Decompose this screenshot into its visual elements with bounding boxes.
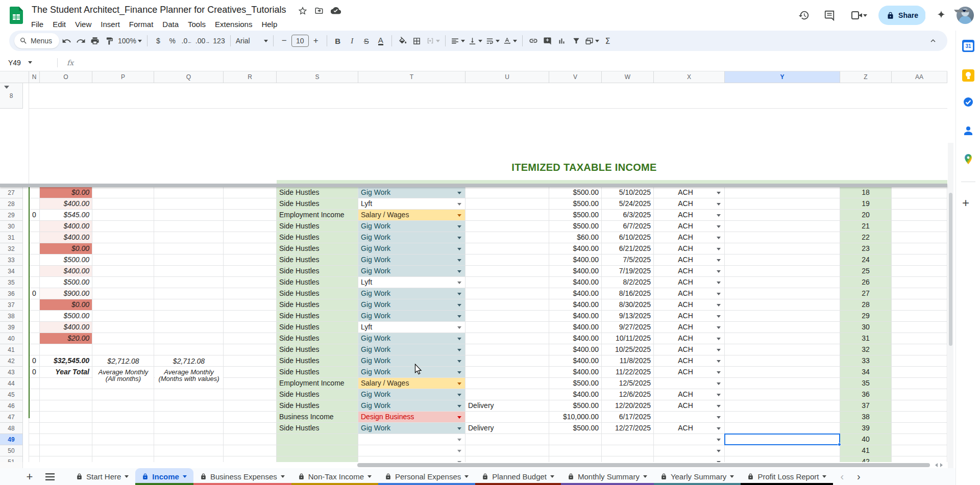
cell-Z32[interactable]: 23 bbox=[840, 243, 892, 254]
cell-W49[interactable] bbox=[602, 434, 654, 445]
cell-N46[interactable] bbox=[29, 400, 40, 412]
menu-edit[interactable]: Edit bbox=[48, 18, 70, 30]
cell-AA46[interactable] bbox=[892, 400, 947, 412]
dropdown-arrow-icon[interactable] bbox=[717, 382, 721, 385]
cell-AA40[interactable] bbox=[892, 333, 947, 344]
cell-Z49[interactable]: 40 bbox=[840, 434, 892, 445]
cell-X45[interactable]: ACH bbox=[654, 389, 725, 400]
cell-V37[interactable]: $400.00 bbox=[549, 299, 602, 311]
row-header-37[interactable]: 37 bbox=[0, 299, 23, 311]
cell-S34[interactable]: Side Hustles bbox=[277, 266, 358, 277]
cell-X46[interactable]: ACH bbox=[654, 400, 725, 412]
cell-O33[interactable]: $500.00 bbox=[40, 254, 92, 266]
cell-R40[interactable] bbox=[224, 333, 277, 344]
cell-Z34[interactable]: 25 bbox=[840, 266, 892, 277]
cell-Y35[interactable] bbox=[725, 277, 840, 288]
dropdown-arrow-icon[interactable] bbox=[457, 192, 461, 194]
get-addons-icon[interactable]: + bbox=[962, 197, 969, 209]
text-wrap-button[interactable] bbox=[484, 34, 501, 48]
cell-W30[interactable]: 6/7/2025 bbox=[602, 221, 654, 232]
google-keep-icon[interactable] bbox=[962, 69, 974, 82]
cell-O36[interactable]: $900.00 bbox=[40, 288, 92, 299]
vertical-align-button[interactable] bbox=[467, 34, 484, 48]
cell-W43[interactable]: 11/22/2025 bbox=[602, 367, 654, 378]
cell-X48[interactable]: ACH bbox=[654, 423, 725, 434]
cell-N28[interactable] bbox=[29, 198, 40, 210]
decrease-font-size-button[interactable]: − bbox=[277, 34, 291, 48]
row-header-41[interactable]: 41 bbox=[0, 344, 23, 355]
cell-X32[interactable]: ACH bbox=[654, 243, 725, 254]
row-header-39[interactable]: 39 bbox=[0, 322, 23, 333]
row-header-47[interactable]: 47 bbox=[0, 412, 23, 423]
cell-R45[interactable] bbox=[224, 389, 277, 400]
cell-N47[interactable] bbox=[29, 412, 40, 423]
cell-X34[interactable]: ACH bbox=[654, 266, 725, 277]
cell-R42[interactable] bbox=[224, 355, 277, 367]
cell-W34[interactable]: 7/19/2025 bbox=[602, 266, 654, 277]
tab-business-expenses[interactable]: Business Expenses bbox=[193, 468, 291, 485]
strikethrough-button[interactable]: S bbox=[359, 34, 374, 48]
cell-V43[interactable]: $400.00 bbox=[549, 367, 602, 378]
cell-Y45[interactable] bbox=[725, 389, 840, 400]
dropdown-arrow-icon[interactable] bbox=[457, 326, 461, 329]
cell-U29[interactable] bbox=[465, 210, 549, 221]
insert-chart-button[interactable] bbox=[555, 34, 569, 48]
cell-W47[interactable]: 6/17/2025 bbox=[602, 412, 654, 423]
share-button[interactable]: Share bbox=[878, 6, 926, 25]
cell-Q37[interactable] bbox=[154, 299, 224, 311]
share-dropdown[interactable] bbox=[954, 10, 970, 12]
cell-N33[interactable] bbox=[29, 254, 40, 266]
frozen-pane-divider[interactable] bbox=[0, 184, 947, 187]
cell-P38[interactable] bbox=[92, 311, 154, 322]
google-tasks-icon[interactable] bbox=[962, 96, 974, 108]
row-header-32[interactable]: 32 bbox=[0, 243, 23, 254]
row-header-34[interactable]: 34 bbox=[0, 266, 23, 277]
cell-O44[interactable] bbox=[40, 378, 92, 389]
cell-Q27[interactable] bbox=[154, 187, 224, 198]
cell-N40[interactable] bbox=[29, 333, 40, 344]
tab-personal-expenses[interactable]: Personal Expenses bbox=[378, 468, 475, 485]
cell-Y44[interactable] bbox=[725, 378, 840, 389]
cell-Y32[interactable] bbox=[725, 243, 840, 254]
cell-N37[interactable] bbox=[29, 299, 40, 311]
cell-Q50[interactable] bbox=[154, 445, 224, 456]
cell-Q31[interactable] bbox=[154, 232, 224, 243]
cell-S50[interactable] bbox=[277, 445, 358, 456]
dropdown-arrow-icon[interactable] bbox=[717, 326, 721, 329]
dropdown-arrow-icon[interactable] bbox=[457, 450, 461, 452]
name-box[interactable]: Y49 bbox=[0, 59, 54, 67]
cell-Z29[interactable]: 20 bbox=[840, 210, 892, 221]
cell-V39[interactable]: $400.00 bbox=[549, 322, 602, 333]
cell-N38[interactable] bbox=[29, 311, 40, 322]
cell-S48[interactable]: Side Hustles bbox=[277, 423, 358, 434]
cell-W41[interactable]: 10/25/2025 bbox=[602, 344, 654, 355]
cell-W45[interactable]: 12/6/2025 bbox=[602, 389, 654, 400]
cell-P33[interactable] bbox=[92, 254, 154, 266]
cell-Z43[interactable]: 34 bbox=[840, 367, 892, 378]
cell-P35[interactable] bbox=[92, 277, 154, 288]
cell-W32[interactable]: 6/21/2025 bbox=[602, 243, 654, 254]
collapse-toolbar-icon[interactable] bbox=[926, 34, 940, 48]
cell-P37[interactable] bbox=[92, 299, 154, 311]
cell-W31[interactable]: 6/10/2025 bbox=[602, 232, 654, 243]
tabs-next-icon[interactable]: › bbox=[857, 471, 861, 482]
cell-O48[interactable] bbox=[40, 423, 92, 434]
cell-W48[interactable]: 12/27/2025 bbox=[602, 423, 654, 434]
cell-S38[interactable]: Side Hustles bbox=[277, 311, 358, 322]
move-folder-icon[interactable] bbox=[314, 6, 324, 15]
cell-Z35[interactable]: 26 bbox=[840, 277, 892, 288]
cell-AA42[interactable] bbox=[892, 355, 947, 367]
cell-T48[interactable]: Gig Work bbox=[358, 423, 465, 434]
cell-Y27[interactable] bbox=[725, 187, 840, 198]
dropdown-arrow-icon[interactable] bbox=[457, 270, 461, 273]
dropdown-arrow-icon[interactable] bbox=[457, 315, 461, 318]
cell-S44[interactable]: Employment Income bbox=[277, 378, 358, 389]
cell-U27[interactable] bbox=[465, 187, 549, 198]
cell-R43[interactable] bbox=[224, 367, 277, 378]
cell-T38[interactable]: Gig Work bbox=[358, 311, 465, 322]
cell-R47[interactable] bbox=[224, 412, 277, 423]
cell-O34[interactable]: $400.00 bbox=[40, 266, 92, 277]
increase-font-size-button[interactable]: + bbox=[309, 34, 323, 48]
cell-Y46[interactable] bbox=[725, 400, 840, 412]
cell-S30[interactable]: Side Hustles bbox=[277, 221, 358, 232]
